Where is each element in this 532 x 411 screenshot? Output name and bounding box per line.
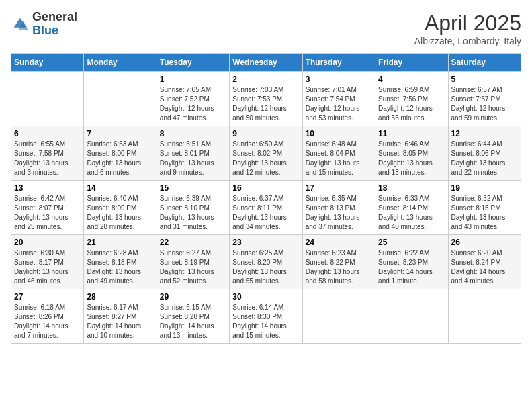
- calendar-cell: 27Sunrise: 6:18 AM Sunset: 8:26 PM Dayli…: [11, 289, 84, 344]
- calendar-cell: 3Sunrise: 7:01 AM Sunset: 7:54 PM Daylig…: [302, 72, 375, 126]
- calendar-cell: 10Sunrise: 6:48 AM Sunset: 8:04 PM Dayli…: [302, 126, 375, 181]
- calendar-week-2: 6Sunrise: 6:55 AM Sunset: 7:58 PM Daylig…: [11, 126, 521, 181]
- title-block: April 2025 Albizzate, Lombardy, Italy: [414, 11, 521, 46]
- calendar-cell: 9Sunrise: 6:50 AM Sunset: 8:02 PM Daylig…: [230, 126, 302, 181]
- calendar-cell: 6Sunrise: 6:55 AM Sunset: 7:58 PM Daylig…: [11, 126, 84, 181]
- logo-blue-text: Blue: [32, 24, 58, 37]
- calendar-cell: 15Sunrise: 6:39 AM Sunset: 8:10 PM Dayli…: [157, 181, 229, 235]
- day-number: 3: [306, 75, 372, 84]
- calendar-cell: 29Sunrise: 6:15 AM Sunset: 8:28 PM Dayli…: [157, 289, 229, 344]
- day-number: 10: [306, 129, 372, 138]
- day-info: Sunrise: 6:25 AM Sunset: 8:20 PM Dayligh…: [232, 248, 299, 286]
- day-number: 11: [378, 129, 445, 138]
- day-info: Sunrise: 6:48 AM Sunset: 8:04 PM Dayligh…: [306, 140, 372, 177]
- day-number: 20: [14, 238, 81, 247]
- calendar-cell: 22Sunrise: 6:27 AM Sunset: 8:19 PM Dayli…: [157, 235, 229, 289]
- calendar-cell: 26Sunrise: 6:20 AM Sunset: 8:24 PM Dayli…: [448, 235, 521, 289]
- day-info: Sunrise: 6:40 AM Sunset: 8:09 PM Dayligh…: [87, 194, 153, 232]
- calendar-cell: 17Sunrise: 6:35 AM Sunset: 8:13 PM Dayli…: [302, 181, 375, 235]
- day-info: Sunrise: 6:17 AM Sunset: 8:27 PM Dayligh…: [87, 303, 153, 340]
- day-info: Sunrise: 6:33 AM Sunset: 8:14 PM Dayligh…: [378, 194, 445, 232]
- day-info: Sunrise: 6:22 AM Sunset: 8:23 PM Dayligh…: [378, 248, 445, 286]
- day-info: Sunrise: 7:03 AM Sunset: 7:53 PM Dayligh…: [232, 85, 299, 123]
- column-header-sunday: Sunday: [11, 54, 84, 72]
- day-number: 7: [87, 129, 153, 138]
- day-number: 6: [14, 129, 81, 138]
- calendar-header-row: SundayMondayTuesdayWednesdayThursdayFrid…: [11, 54, 521, 72]
- day-number: 21: [87, 238, 153, 247]
- day-info: Sunrise: 6:20 AM Sunset: 8:24 PM Dayligh…: [451, 248, 518, 286]
- day-info: Sunrise: 6:37 AM Sunset: 8:11 PM Dayligh…: [232, 194, 299, 232]
- day-number: 14: [87, 183, 153, 193]
- calendar-cell: 5Sunrise: 6:57 AM Sunset: 7:57 PM Daylig…: [448, 72, 521, 126]
- day-number: 9: [232, 129, 299, 138]
- calendar-cell: 11Sunrise: 6:46 AM Sunset: 8:05 PM Dayli…: [375, 126, 448, 181]
- day-number: 2: [232, 75, 299, 84]
- calendar-body: 1Sunrise: 7:05 AM Sunset: 7:52 PM Daylig…: [11, 72, 521, 344]
- calendar-week-5: 27Sunrise: 6:18 AM Sunset: 8:26 PM Dayli…: [11, 289, 521, 344]
- day-number: 15: [160, 183, 226, 193]
- day-info: Sunrise: 6:51 AM Sunset: 8:01 PM Dayligh…: [160, 140, 226, 177]
- day-info: Sunrise: 6:57 AM Sunset: 7:57 PM Dayligh…: [451, 85, 518, 123]
- column-header-thursday: Thursday: [302, 54, 375, 72]
- calendar-cell: 24Sunrise: 6:23 AM Sunset: 8:22 PM Dayli…: [302, 235, 375, 289]
- day-info: Sunrise: 6:27 AM Sunset: 8:19 PM Dayligh…: [160, 248, 226, 286]
- calendar-cell: 21Sunrise: 6:28 AM Sunset: 8:18 PM Dayli…: [84, 235, 157, 289]
- calendar-cell: [302, 289, 375, 344]
- calendar-cell: 16Sunrise: 6:37 AM Sunset: 8:11 PM Dayli…: [230, 181, 302, 235]
- day-info: Sunrise: 6:23 AM Sunset: 8:22 PM Dayligh…: [306, 248, 372, 286]
- day-number: 24: [306, 238, 372, 247]
- calendar-cell: 28Sunrise: 6:17 AM Sunset: 8:27 PM Dayli…: [84, 289, 157, 344]
- calendar-week-4: 20Sunrise: 6:30 AM Sunset: 8:17 PM Dayli…: [11, 235, 521, 289]
- day-info: Sunrise: 6:30 AM Sunset: 8:17 PM Dayligh…: [14, 248, 81, 286]
- month-year-title: April 2025: [414, 11, 521, 36]
- day-info: Sunrise: 6:32 AM Sunset: 8:15 PM Dayligh…: [451, 194, 518, 232]
- day-info: Sunrise: 6:50 AM Sunset: 8:02 PM Dayligh…: [232, 140, 299, 177]
- day-number: 28: [87, 292, 153, 302]
- day-number: 1: [160, 75, 226, 84]
- column-header-saturday: Saturday: [448, 54, 521, 72]
- day-number: 27: [14, 292, 81, 302]
- logo: General Blue: [11, 11, 77, 38]
- calendar-cell: 23Sunrise: 6:25 AM Sunset: 8:20 PM Dayli…: [230, 235, 302, 289]
- calendar-cell: [11, 72, 84, 126]
- calendar-cell: [84, 72, 157, 126]
- day-info: Sunrise: 6:18 AM Sunset: 8:26 PM Dayligh…: [14, 303, 81, 340]
- day-info: Sunrise: 6:15 AM Sunset: 8:28 PM Dayligh…: [160, 303, 226, 340]
- calendar-cell: 8Sunrise: 6:51 AM Sunset: 8:01 PM Daylig…: [157, 126, 229, 181]
- calendar-cell: 14Sunrise: 6:40 AM Sunset: 8:09 PM Dayli…: [84, 181, 157, 235]
- calendar-cell: 7Sunrise: 6:53 AM Sunset: 8:00 PM Daylig…: [84, 126, 157, 181]
- column-header-wednesday: Wednesday: [230, 54, 302, 72]
- day-info: Sunrise: 6:55 AM Sunset: 7:58 PM Dayligh…: [14, 140, 81, 177]
- calendar-cell: 30Sunrise: 6:14 AM Sunset: 8:30 PM Dayli…: [230, 289, 302, 344]
- logo-icon: [11, 15, 30, 34]
- day-number: 19: [451, 183, 518, 193]
- day-number: 17: [306, 183, 372, 193]
- day-info: Sunrise: 6:35 AM Sunset: 8:13 PM Dayligh…: [306, 194, 372, 232]
- day-info: Sunrise: 6:46 AM Sunset: 8:05 PM Dayligh…: [378, 140, 445, 177]
- calendar-cell: 1Sunrise: 7:05 AM Sunset: 7:52 PM Daylig…: [157, 72, 229, 126]
- day-number: 18: [378, 183, 445, 193]
- day-number: 5: [451, 75, 518, 84]
- day-info: Sunrise: 6:39 AM Sunset: 8:10 PM Dayligh…: [160, 194, 226, 232]
- logo-general-text: General: [32, 10, 77, 24]
- column-header-friday: Friday: [375, 54, 448, 72]
- calendar-week-1: 1Sunrise: 7:05 AM Sunset: 7:52 PM Daylig…: [11, 72, 521, 126]
- calendar-week-3: 13Sunrise: 6:42 AM Sunset: 8:07 PM Dayli…: [11, 181, 521, 235]
- location-text: Albizzate, Lombardy, Italy: [414, 36, 521, 46]
- calendar-cell: 13Sunrise: 6:42 AM Sunset: 8:07 PM Dayli…: [11, 181, 84, 235]
- day-info: Sunrise: 6:53 AM Sunset: 8:00 PM Dayligh…: [87, 140, 153, 177]
- day-number: 30: [232, 292, 299, 302]
- day-number: 12: [451, 129, 518, 138]
- column-header-monday: Monday: [84, 54, 157, 72]
- day-info: Sunrise: 7:01 AM Sunset: 7:54 PM Dayligh…: [306, 85, 372, 123]
- calendar-table: SundayMondayTuesdayWednesdayThursdayFrid…: [11, 53, 521, 344]
- calendar-cell: 18Sunrise: 6:33 AM Sunset: 8:14 PM Dayli…: [375, 181, 448, 235]
- day-number: 16: [232, 183, 299, 193]
- day-info: Sunrise: 6:59 AM Sunset: 7:56 PM Dayligh…: [378, 85, 445, 123]
- calendar-cell: 12Sunrise: 6:44 AM Sunset: 8:06 PM Dayli…: [448, 126, 521, 181]
- day-number: 26: [451, 238, 518, 247]
- day-number: 29: [160, 292, 226, 302]
- day-info: Sunrise: 6:28 AM Sunset: 8:18 PM Dayligh…: [87, 248, 153, 286]
- calendar-cell: 2Sunrise: 7:03 AM Sunset: 7:53 PM Daylig…: [230, 72, 302, 126]
